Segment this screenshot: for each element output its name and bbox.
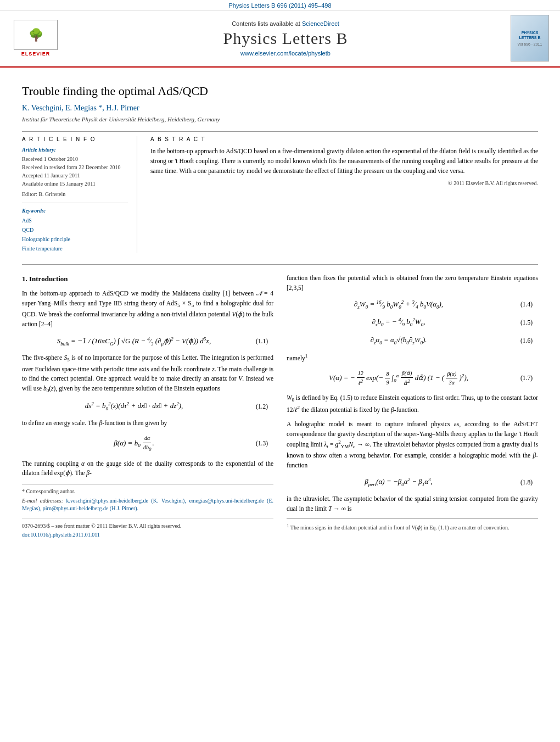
thumb-title: PHYSICS LETTERS B [513,30,547,40]
affiliation: Institut für Theoretische Physik der Uni… [22,116,538,122]
abstract: A B S T R A C T In the bottom-up approac… [150,136,538,253]
journal-banner: 🌳 ELSEVIER Contents lists available at S… [0,10,560,66]
elsevier-logo: 🌳 ELSEVIER [11,20,60,57]
footer-line1: 0370-2693/$ – see front matter © 2011 El… [22,522,273,531]
eq11-content: Sbulk = −1 / (16πCG) ∫ √G (R − 4⁄3 (∂μϕ)… [27,335,240,348]
equation-1-1: Sbulk = −1 / (16πCG) ∫ √G (R − 4⁄3 (∂μϕ)… [22,335,273,348]
keywords-label: Keywords: [22,208,128,214]
sciencedirect-link[interactable]: ScienceDirect [302,20,339,27]
equation-1-8: βpert(α) = −β0α2 − β1α3, (1.8) [287,476,538,489]
journal-title: Physics Letters B [60,29,511,48]
eq16-number: (1.6) [505,336,533,346]
eq17-number: (1.7) [505,373,533,383]
eq15-content: ∂zb0 = − 4⁄9 b02W0, [292,316,505,329]
journal-center: Contents lists available at ScienceDirec… [60,20,511,57]
keyword-qcd: QCD [22,225,128,235]
fn1: 1 The minus signs in the dilaton potenti… [287,522,538,532]
main-content: Trouble finding the optimal AdS/QCD K. V… [0,68,560,550]
body-divider [22,264,538,265]
editor: Editor: B. Grinstein [22,190,128,198]
abstract-text: In the bottom-up approach to AdS/QCD bas… [150,147,538,176]
received1: Received 1 October 2010 [22,155,128,163]
accepted: Accepted 11 January 2011 [22,171,128,180]
eq18-content: βpert(α) = −β0α2 − β1α3, [292,476,505,489]
intro-para2: The five-sphere S5 is of no importance f… [22,353,273,395]
article-info-abstract: A R T I C L E I N F O Article history: R… [22,136,538,253]
logo-box: 🌳 [14,20,58,50]
corresponding-author: * Corresponding author. [22,488,273,495]
col-right: function then fixes the potential which … [287,274,538,539]
authors: K. Veschgini, E. Megías *, H.J. Pirner [22,104,538,113]
eq14-number: (1.4) [505,300,533,310]
section1-title: 1. Introduction [22,274,273,284]
equation-1-3: β(α) = b0 dα db0 . (1.3) [22,434,273,453]
article-info: A R T I C L E I N F O Article history: R… [22,136,137,253]
eq15-number: (1.5) [505,318,533,328]
eq13-content: β(α) = b0 dα db0 . [27,434,240,453]
eq13-number: (1.3) [240,439,268,449]
elsevier-name: ELSEVIER [21,51,51,57]
intro-para3: to define an energy scale. The β-functio… [22,419,273,428]
right-para1: function then fixes the potential which … [287,274,538,293]
eq12-number: (1.2) [240,402,268,412]
intro-para4: The running coupling α on the gauge side… [22,459,273,479]
logo-tree-icon: 🌳 [29,29,43,41]
info-divider [22,203,128,203]
equation-1-4: ∂zW0 = 16⁄9 b0W02 + 3⁄4 b0V(α0), (1.4) [287,299,538,311]
right-para3: A holographic model is meant to capture … [287,420,538,471]
keyword-ads: AdS [22,216,128,225]
namely-label: namely1 [287,353,538,364]
eq18-number: (1.8) [505,478,533,488]
keyword-holographic: Holographic principle [22,235,128,244]
journal-header: Physics Letters B 696 (2011) 495–498 🌳 E… [0,0,560,68]
right-footnote: 1 The minus signs in the dilaton potenti… [287,518,538,532]
journal-top-bar: Physics Letters B 696 (2011) 495–498 [0,0,560,10]
right-para2: W0 is defined by Eq. (1.5) to reduce Ein… [287,393,538,415]
journal-thumb: PHYSICS LETTERS B Vol 696 · 2011 [511,15,549,62]
copyright: © 2011 Elsevier B.V. All rights reserved… [150,180,538,186]
keywords-list: AdS QCD Holographic principle Finite tem… [22,216,128,253]
equation-1-2: ds2 = b02(z)(dτ2 + dx⃗ · dx⃗ + dz2), (1.… [22,400,273,413]
equation-1-7: V(α) = − 12 ℓ2 exp(− 8 9 ∫0α β(ᾱ) ᾱ2 [287,369,538,388]
col-left: 1. Introduction In the bottom-up approac… [22,274,273,539]
eq17-content: V(α) = − 12 ℓ2 exp(− 8 9 ∫0α β(ᾱ) ᾱ2 [292,369,505,388]
keyword-finite-temp: Finite temperature [22,244,128,253]
body-columns: 1. Introduction In the bottom-up approac… [22,274,538,539]
contents-line: Contents lists available at ScienceDirec… [60,20,511,27]
equation-1-5: ∂zb0 = − 4⁄9 b02W0, (1.5) [287,316,538,329]
page-footer-section: 0370-2693/$ – see front matter © 2011 El… [22,518,273,539]
footnote-section: * Corresponding author. E-mail addresses… [22,484,273,512]
intro-para1: In the bottom-up approach to AdS/QCD we … [22,289,273,330]
equation-1-6: ∂zα0 = α0√(b0∂zW0). (1.6) [287,334,538,347]
paper-title: Trouble finding the optimal AdS/QCD [22,84,538,98]
article-info-heading: A R T I C L E I N F O [22,136,128,142]
eq12-content: ds2 = b02(z)(dτ2 + dx⃗ · dx⃗ + dz2), [27,400,240,413]
received-revised: Received in revised form 22 December 201… [22,163,128,171]
available: Available online 15 January 2011 [22,180,128,188]
thumb-detail: Vol 696 · 2011 [518,42,542,46]
footer-doi[interactable]: doi:10.1016/j.physletb.2011.01.011 [22,531,273,539]
abstract-heading: A B S T R A C T [150,136,538,142]
history-label: Article history: [22,147,128,153]
right-para4: in the ultraviolet. The asymptotic behav… [287,494,538,514]
eq14-content: ∂zW0 = 16⁄9 b0W02 + 3⁄4 b0V(α0), [292,299,505,311]
journal-url[interactable]: www.elsevier.com/locate/physletb [60,50,511,57]
eq11-number: (1.1) [240,337,268,347]
eq16-content: ∂zα0 = α0√(b0∂zW0). [292,334,505,347]
email-addresses: E-mail addresses: k.veschgini@tphys.uni-… [22,497,273,512]
header-divider [22,131,538,132]
